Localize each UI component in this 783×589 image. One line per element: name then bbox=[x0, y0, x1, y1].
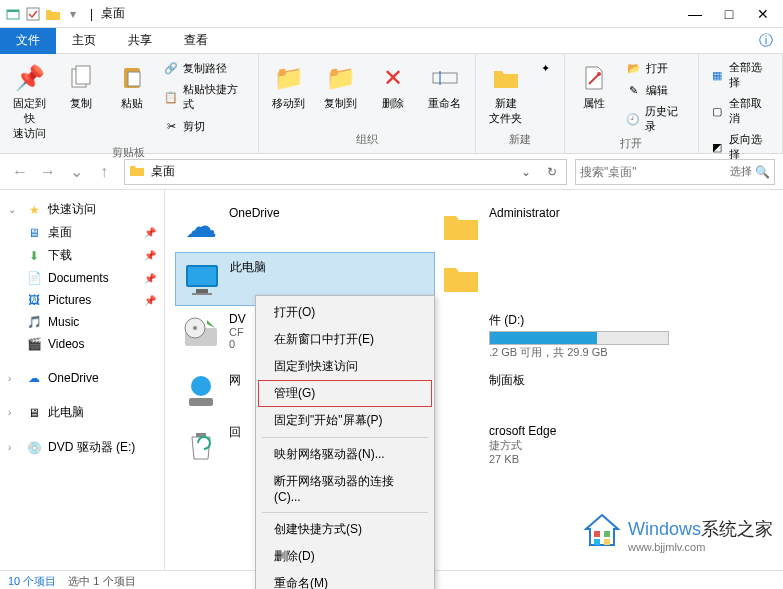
copy-icon bbox=[65, 62, 97, 94]
back-button[interactable]: ← bbox=[8, 160, 32, 184]
sidebar-onedrive[interactable]: ›☁OneDrive bbox=[4, 367, 160, 389]
svg-rect-11 bbox=[188, 267, 216, 285]
pin-icon: 📌 bbox=[14, 62, 46, 94]
history-button[interactable]: 🕘历史记录 bbox=[622, 102, 693, 136]
svg-point-9 bbox=[597, 72, 601, 76]
open-group-label: 打开 bbox=[620, 136, 642, 153]
checkbox-icon[interactable] bbox=[24, 5, 42, 23]
cm-map-drive[interactable]: 映射网络驱动器(N)... bbox=[258, 441, 432, 468]
svg-rect-6 bbox=[128, 72, 140, 86]
rename-button[interactable]: 重命名 bbox=[421, 58, 469, 115]
sidebar-videos[interactable]: 🎬Videos bbox=[4, 333, 160, 355]
select-none-icon: ▢ bbox=[709, 103, 725, 119]
help-icon[interactable]: ⓘ bbox=[759, 32, 773, 50]
cm-rename[interactable]: 重命名(M) bbox=[258, 570, 432, 589]
item-edge[interactable]: 🌐 crosoft Edge 捷方式 27 KB bbox=[435, 418, 695, 471]
item-control-panel[interactable]: ⚙ 制面板 bbox=[435, 366, 695, 418]
folder-icon[interactable] bbox=[44, 5, 62, 23]
sidebar-desktop[interactable]: 🖥桌面📌 bbox=[4, 221, 160, 244]
sidebar-pictures[interactable]: 🖼Pictures📌 bbox=[4, 289, 160, 311]
shortcut-icon: 📋 bbox=[163, 89, 179, 105]
item-onedrive[interactable]: ☁ OneDrive bbox=[175, 200, 435, 252]
delete-icon: ✕ bbox=[377, 62, 409, 94]
svg-point-17 bbox=[191, 376, 211, 396]
new-folder-button[interactable]: 新建 文件夹 bbox=[482, 58, 530, 130]
edit-icon: ✎ bbox=[626, 82, 642, 98]
copy-to-button[interactable]: 📁 复制到 bbox=[317, 58, 365, 115]
maximize-button[interactable]: □ bbox=[721, 6, 737, 22]
sidebar-music[interactable]: 🎵Music bbox=[4, 311, 160, 333]
select-none-button[interactable]: ▢全部取消 bbox=[705, 94, 776, 128]
edit-button[interactable]: ✎编辑 bbox=[622, 80, 693, 100]
path-icon: 🔗 bbox=[163, 60, 179, 76]
tab-home[interactable]: 主页 bbox=[56, 28, 112, 54]
recycle-icon bbox=[181, 424, 221, 464]
svg-point-16 bbox=[193, 326, 197, 330]
properties-button[interactable]: 属性 bbox=[571, 58, 618, 115]
minimize-button[interactable]: — bbox=[687, 6, 703, 22]
qat-dropdown-icon[interactable]: ▾ bbox=[64, 5, 82, 23]
sidebar-downloads[interactable]: ⬇下载📌 bbox=[4, 244, 160, 267]
cm-pin-start[interactable]: 固定到"开始"屏幕(P) bbox=[258, 407, 432, 434]
sidebar-quick-access[interactable]: ⌄★ 快速访问 bbox=[4, 198, 160, 221]
open-button[interactable]: 📂打开 bbox=[622, 58, 693, 78]
up-button[interactable]: ↑ bbox=[92, 160, 116, 184]
item-disk-d[interactable]: 🖴 件 (D:) .2 GB 可用，共 29.9 GB bbox=[435, 306, 695, 366]
pin-to-quickaccess-button[interactable]: 📌 固定到快 速访问 bbox=[6, 58, 53, 145]
svg-rect-21 bbox=[594, 539, 600, 545]
pin-icon: 📌 bbox=[144, 295, 156, 306]
pc-icon: 🖥 bbox=[26, 405, 42, 421]
house-icon bbox=[582, 511, 622, 559]
search-box[interactable]: 🔍 bbox=[575, 159, 775, 185]
svg-rect-18 bbox=[189, 398, 213, 406]
paste-shortcut-button[interactable]: 📋粘贴快捷方式 bbox=[159, 80, 251, 114]
sidebar-documents[interactable]: 📄Documents📌 bbox=[4, 267, 160, 289]
watermark: Windows系统之家 www.bjjmlv.com bbox=[582, 511, 773, 559]
download-icon: ⬇ bbox=[26, 248, 42, 264]
selected-count: 选中 1 个项目 bbox=[68, 574, 135, 589]
open-folder-icon: 📂 bbox=[626, 60, 642, 76]
pictures-icon: 🖼 bbox=[26, 292, 42, 308]
tab-view[interactable]: 查看 bbox=[168, 28, 224, 54]
address-dropdown-icon[interactable]: ⌄ bbox=[516, 165, 536, 179]
folder-icon bbox=[441, 206, 481, 246]
svg-rect-22 bbox=[604, 539, 610, 545]
copy-path-button[interactable]: 🔗复制路径 bbox=[159, 58, 251, 78]
item-administrator[interactable]: Administrator bbox=[435, 200, 695, 252]
search-icon[interactable]: 🔍 bbox=[755, 165, 770, 179]
cm-open-new-window[interactable]: 在新窗口中打开(E) bbox=[258, 326, 432, 353]
cm-manage[interactable]: 管理(G) bbox=[258, 380, 432, 407]
address-bar[interactable]: 桌面 ⌄ ↻ bbox=[124, 159, 567, 185]
documents-icon: 📄 bbox=[26, 270, 42, 286]
new-item-button[interactable]: ✦ bbox=[534, 58, 558, 78]
copy-button[interactable]: 复制 bbox=[57, 58, 104, 115]
history-icon: 🕘 bbox=[626, 111, 642, 127]
sidebar-dvd[interactable]: ›💿DVD 驱动器 (E:) bbox=[4, 436, 160, 459]
item-folder-right[interactable] bbox=[435, 252, 695, 306]
delete-button[interactable]: ✕ 删除 bbox=[369, 58, 417, 115]
tab-share[interactable]: 共享 bbox=[112, 28, 168, 54]
cm-open[interactable]: 打开(O) bbox=[258, 299, 432, 326]
sidebar-this-pc[interactable]: ›🖥此电脑 bbox=[4, 401, 160, 424]
cm-delete[interactable]: 删除(D) bbox=[258, 543, 432, 570]
cut-button[interactable]: ✂剪切 bbox=[159, 116, 251, 136]
svg-rect-4 bbox=[76, 66, 90, 84]
cm-pin-quick-access[interactable]: 固定到快速访问 bbox=[258, 353, 432, 380]
address-text: 桌面 bbox=[151, 163, 510, 180]
cm-create-shortcut[interactable]: 创建快捷方式(S) bbox=[258, 516, 432, 543]
cloud-icon: ☁ bbox=[181, 206, 221, 246]
address-folder-icon bbox=[129, 163, 145, 180]
search-input[interactable] bbox=[580, 165, 755, 179]
properties-icon bbox=[578, 62, 610, 94]
move-to-button[interactable]: 📁 移动到 bbox=[265, 58, 313, 115]
paste-button[interactable]: 粘贴 bbox=[108, 58, 155, 115]
recent-dropdown[interactable]: ⌄ bbox=[64, 160, 88, 184]
select-all-button[interactable]: ▦全部选择 bbox=[705, 58, 776, 92]
cm-disconnect-drive[interactable]: 断开网络驱动器的连接(C)... bbox=[258, 468, 432, 509]
tab-file[interactable]: 文件 bbox=[0, 28, 56, 54]
close-button[interactable]: ✕ bbox=[755, 6, 771, 22]
forward-button[interactable]: → bbox=[36, 160, 60, 184]
window-title: 桌面 bbox=[101, 5, 125, 22]
refresh-button[interactable]: ↻ bbox=[542, 165, 562, 179]
ribbon: 📌 固定到快 速访问 复制 粘贴 🔗复制路径 📋粘贴快捷方式 ✂剪切 bbox=[0, 54, 783, 154]
